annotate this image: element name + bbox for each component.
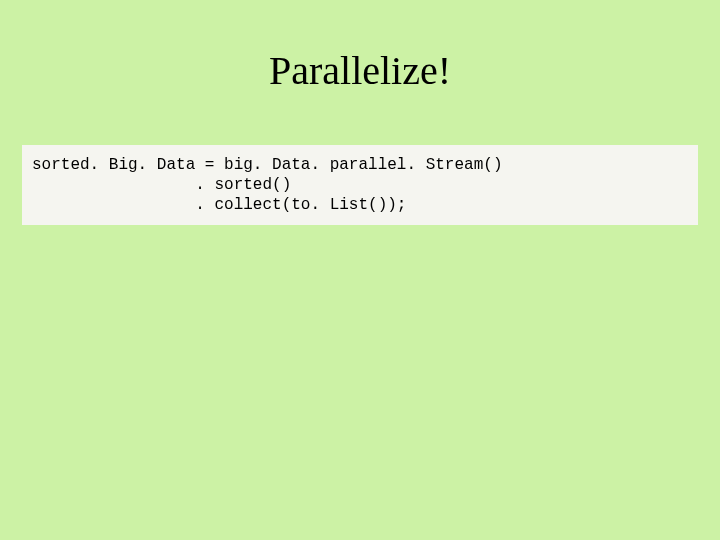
slide: Parallelize! sorted. Big. Data = big. Da… [0,0,720,540]
code-text: sorted. Big. Data = big. Data. parallel.… [32,155,698,215]
code-block: sorted. Big. Data = big. Data. parallel.… [22,145,698,225]
slide-title: Parallelize! [0,47,720,94]
